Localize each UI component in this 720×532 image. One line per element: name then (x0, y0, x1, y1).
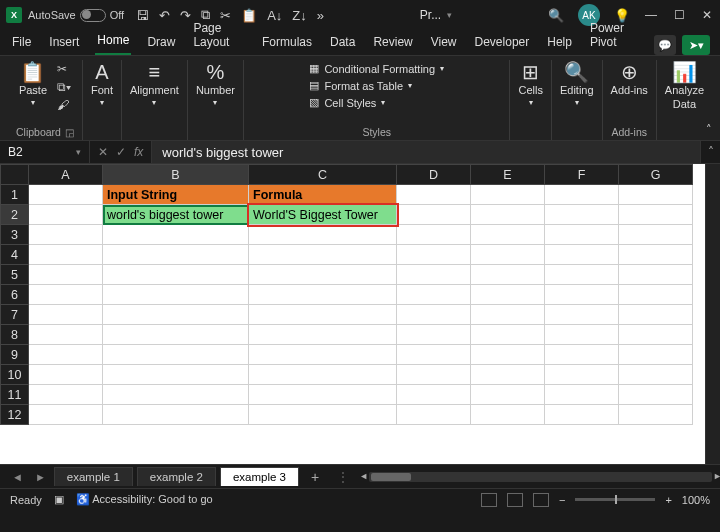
scroll-thumb[interactable] (371, 473, 411, 481)
alignment-button[interactable]: ≡ Alignment ▾ (130, 62, 179, 107)
cell-d5[interactable] (397, 265, 471, 285)
cells-button[interactable]: ⊞ Cells ▾ (518, 62, 542, 107)
cell-b1[interactable]: Input String (103, 185, 249, 205)
row-header-5[interactable]: 5 (1, 265, 29, 285)
row-header-4[interactable]: 4 (1, 245, 29, 265)
name-box[interactable]: B2 ▾ (0, 141, 90, 163)
cell-d3[interactable] (397, 225, 471, 245)
row-header-1[interactable]: 1 (1, 185, 29, 205)
share-button[interactable]: ➤▾ (682, 35, 710, 55)
cell-styles-button[interactable]: ▧Cell Styles▾ (309, 96, 385, 109)
cell-f3[interactable] (545, 225, 619, 245)
editing-button[interactable]: 🔍 Editing ▾ (560, 62, 594, 107)
cell-c5[interactable] (249, 265, 397, 285)
tab-home[interactable]: Home (95, 29, 131, 55)
cell-f11[interactable] (545, 385, 619, 405)
cell-g7[interactable] (619, 305, 693, 325)
cell-a10[interactable] (29, 365, 103, 385)
cell-e10[interactable] (471, 365, 545, 385)
cell-a11[interactable] (29, 385, 103, 405)
sort-asc-icon[interactable]: A↓ (267, 8, 282, 23)
cell-a2[interactable] (29, 205, 103, 225)
cancel-formula-icon[interactable]: ✕ (98, 145, 108, 159)
close-button[interactable]: ✕ (700, 8, 714, 22)
expand-formula-bar-icon[interactable]: ˄ (700, 141, 720, 163)
cell-e1[interactable] (471, 185, 545, 205)
column-header-f[interactable]: F (545, 165, 619, 185)
search-icon[interactable]: 🔍 (548, 8, 564, 23)
cell-c8[interactable] (249, 325, 397, 345)
tab-insert[interactable]: Insert (47, 31, 81, 55)
tab-developer[interactable]: Developer (473, 31, 532, 55)
tab-draw[interactable]: Draw (145, 31, 177, 55)
tab-data[interactable]: Data (328, 31, 357, 55)
formula-input[interactable]: world's biggest tower (152, 141, 700, 163)
cell-b2[interactable]: world's biggest tower (103, 205, 249, 225)
format-as-table-button[interactable]: ▤Format as Table▾ (309, 79, 412, 92)
document-name[interactable]: Pr... (420, 8, 441, 22)
column-header-d[interactable]: D (397, 165, 471, 185)
cell-c1[interactable]: Formula (249, 185, 397, 205)
cell-c4[interactable] (249, 245, 397, 265)
cell-e7[interactable] (471, 305, 545, 325)
number-button[interactable]: % Number ▾ (196, 62, 235, 107)
cell-g2[interactable] (619, 205, 693, 225)
sheet-nav-prev[interactable]: ◄ (8, 471, 27, 483)
horizontal-scrollbar[interactable]: ◄ ► (369, 472, 712, 482)
cell-d12[interactable] (397, 405, 471, 425)
cell-f4[interactable] (545, 245, 619, 265)
zoom-in-button[interactable]: + (665, 494, 671, 506)
cell-b9[interactable] (103, 345, 249, 365)
save-icon[interactable]: 🖫 (136, 8, 149, 23)
minimize-button[interactable]: — (644, 8, 658, 22)
cell-g1[interactable] (619, 185, 693, 205)
cell-d6[interactable] (397, 285, 471, 305)
dialog-launcher-icon[interactable]: ◲ (65, 127, 74, 138)
tab-power-pivot[interactable]: Power Pivot (588, 17, 640, 55)
tab-page-layout[interactable]: Page Layout (191, 17, 246, 55)
cell-d10[interactable] (397, 365, 471, 385)
comments-button[interactable]: 💬 (654, 35, 676, 55)
cell-b12[interactable] (103, 405, 249, 425)
new-sheet-button[interactable]: + (303, 469, 327, 485)
zoom-slider[interactable] (575, 498, 655, 501)
cell-g4[interactable] (619, 245, 693, 265)
row-header-7[interactable]: 7 (1, 305, 29, 325)
cell-f8[interactable] (545, 325, 619, 345)
cell-a1[interactable] (29, 185, 103, 205)
column-header-c[interactable]: C (249, 165, 397, 185)
cell-e12[interactable] (471, 405, 545, 425)
cell-e9[interactable] (471, 345, 545, 365)
scroll-left-icon[interactable]: ◄ (359, 471, 368, 481)
cell-g10[interactable] (619, 365, 693, 385)
row-header-12[interactable]: 12 (1, 405, 29, 425)
sheet-tab-example-3[interactable]: example 3 (220, 467, 299, 486)
column-header-b[interactable]: B (103, 165, 249, 185)
cell-grid[interactable]: A B C D E F G 1 Input String Formula (0, 164, 693, 425)
vertical-scrollbar[interactable] (705, 164, 720, 464)
cell-g5[interactable] (619, 265, 693, 285)
conditional-formatting-button[interactable]: ▦Conditional Formatting▾ (309, 62, 444, 75)
cell-b8[interactable] (103, 325, 249, 345)
cut-small-icon[interactable]: ✂ (57, 62, 71, 76)
tab-help[interactable]: Help (545, 31, 574, 55)
cell-a5[interactable] (29, 265, 103, 285)
cell-f5[interactable] (545, 265, 619, 285)
cell-c7[interactable] (249, 305, 397, 325)
row-header-3[interactable]: 3 (1, 225, 29, 245)
row-header-11[interactable]: 11 (1, 385, 29, 405)
cell-e6[interactable] (471, 285, 545, 305)
cell-a4[interactable] (29, 245, 103, 265)
cell-f10[interactable] (545, 365, 619, 385)
cell-d8[interactable] (397, 325, 471, 345)
cell-f1[interactable] (545, 185, 619, 205)
sheet-nav-next[interactable]: ► (31, 471, 50, 483)
tab-file[interactable]: File (10, 31, 33, 55)
cell-c12[interactable] (249, 405, 397, 425)
cell-d9[interactable] (397, 345, 471, 365)
collapse-ribbon-icon[interactable]: ˄ (706, 123, 712, 136)
cell-e3[interactable] (471, 225, 545, 245)
cell-e5[interactable] (471, 265, 545, 285)
cell-b7[interactable] (103, 305, 249, 325)
cell-a3[interactable] (29, 225, 103, 245)
